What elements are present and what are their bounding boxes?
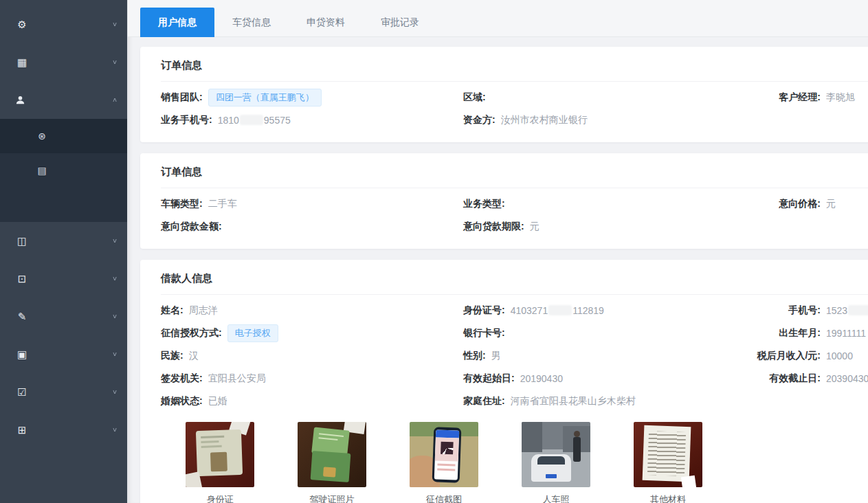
field-label: 意向价格: [746, 198, 821, 210]
sales-team-tag[interactable]: 四团一营（直属王鹏飞） [208, 89, 322, 107]
person-car-photo-image [522, 422, 590, 487]
field-monthly-income: 税后月收入/元:10000 [746, 344, 868, 367]
field-intended-loan-amount: 意向贷款金额: [161, 215, 463, 238]
field-valid-until: 有效截止日:20390430 [746, 367, 868, 390]
chevron-down-icon: ∨ [112, 21, 118, 27]
edit-doc-icon: ✎ [15, 311, 29, 323]
redaction-blur [548, 305, 572, 315]
tab-car-loan-info[interactable]: 车贷信息 [214, 8, 289, 37]
field-label: 业务手机号: [161, 114, 212, 126]
attachment-thumbnail-credit-screenshot[interactable]: 征信截图 [410, 422, 478, 503]
field-empty [746, 109, 868, 131]
field-value: 已婚 [208, 395, 227, 407]
sidebar-item-system-tools[interactable]: ⊞∨ [0, 411, 127, 449]
attachment-caption: 人车照 [522, 493, 590, 503]
field-business-phone: 业务手机号:181095575 [161, 109, 463, 131]
field-account-manager: 客户经理:李晓旭 [746, 86, 868, 109]
attachment-thumbnail-id-card-photo[interactable]: 身份证 [186, 422, 254, 503]
wheel-icon: ⊛ [36, 131, 48, 142]
field-row: 民族:汉性别:男税后月收入/元:10000 [161, 344, 868, 367]
field-label: 有效起始日: [463, 372, 515, 385]
field-value: 181095575 [218, 115, 291, 126]
card-title: 借款人信息 [161, 272, 868, 295]
id-card-photo-image [186, 422, 254, 487]
field-id-number: 身份证号:4103271112819 [463, 299, 746, 322]
notebook-icon: ▤ [36, 165, 48, 176]
field-ethnicity: 民族:汉 [161, 344, 463, 367]
field-value: 元 [530, 221, 539, 233]
field-row: 业务手机号:181095575资金方:汝州市农村商业银行 [161, 109, 868, 131]
field-birth-date: 出生年月:19911111 [746, 322, 868, 344]
user-icon [15, 95, 29, 105]
sidebar-item-report-statistics[interactable]: ⊡∨ [0, 260, 127, 298]
tab-loan-application-docs[interactable]: 申贷资料 [289, 8, 363, 37]
field-row: 签发机关:宜阳县公安局有效起始日:20190430有效截止日:20390430 [161, 367, 868, 390]
attachment-caption: 身份证 [186, 493, 254, 503]
field-label: 身份证号: [463, 304, 505, 317]
gear-icon: ⚙ [15, 19, 29, 31]
component-icon: ▣ [15, 348, 29, 361]
field-intended-price: 意向价格:元 [746, 192, 868, 215]
field-valid-from: 有效起始日:20190430 [463, 367, 746, 390]
field-vehicle-type: 车辆类型:二手车 [161, 192, 463, 215]
sidebar-item-system-monitor[interactable]: ☑∨ [0, 373, 127, 411]
card-order-info-1: 订单信息销售团队:四团一营（直属王鹏飞）区域:客户经理:李晓旭业务手机号:181… [140, 47, 868, 142]
field-value: 河南省宜阳县花果山乡木柴村 [511, 395, 636, 407]
field-empty [746, 215, 868, 238]
field-label: 意向贷款金额: [161, 221, 222, 233]
field-label: 意向贷款期限: [463, 221, 524, 233]
field-credit-auth-method: 征信授权方式:电子授权 [161, 322, 463, 344]
sidebar-item-business-management[interactable]: ▦∨ [0, 43, 127, 81]
toolbox-icon: ⊞ [15, 424, 29, 436]
open-book-icon: ◫ [15, 235, 29, 247]
field-intended-loan-term: 意向贷款期限:元 [463, 215, 746, 238]
sidebar-subitem-overdue-info[interactable] [0, 188, 127, 222]
credit-auth-method-tag[interactable]: 电子授权 [227, 324, 278, 342]
field-row: 婚姻状态:已婚家庭住址:河南省宜阳县花果山乡木柴村 [161, 390, 868, 412]
sidebar-item-post-loan-management[interactable]: ◫∨ [0, 222, 127, 260]
sidebar-item-process-management[interactable]: ✎∨ [0, 298, 127, 335]
field-label: 车辆类型: [161, 198, 203, 210]
field-value: 元 [826, 198, 836, 210]
attachment-thumbnail-drivers-license[interactable]: 驾驶证照片 [298, 422, 366, 503]
sidebar-subitem-my-overdue[interactable]: ▤ [0, 153, 127, 188]
field-label: 签发机关: [161, 372, 203, 385]
field-label: 家庭住址: [463, 395, 505, 407]
drivers-license-image [298, 422, 366, 487]
attachment-thumbnail-other-materials[interactable]: 其他材料 [634, 422, 702, 503]
redaction-blur [240, 115, 263, 125]
chevron-down-icon: ∨ [112, 388, 118, 395]
sidebar-item-office-management[interactable]: ▣∨ [0, 335, 127, 373]
tab-user-info[interactable]: 用户信息 [140, 8, 214, 37]
attachment-thumbnail-person-car-photo[interactable]: 人车照 [522, 422, 590, 503]
field-row: 销售团队:四团一营（直属王鹏飞）区域:客户经理:李晓旭 [161, 86, 868, 109]
detail-scroll-area[interactable]: 订单信息销售团队:四团一营（直属王鹏飞）区域:客户经理:李晓旭业务手机号:181… [128, 37, 868, 503]
field-value: 汉 [189, 350, 199, 362]
field-value: 汝州市农村商业银行 [501, 114, 588, 126]
field-funding-party: 资金方:汝州市农村商业银行 [463, 109, 746, 131]
sidebar-item-customer-management[interactable]: ∧ [0, 81, 127, 119]
field-value: 20190430 [520, 373, 563, 384]
field-region: 区域: [463, 86, 746, 109]
field-row: 车辆类型:二手车业务类型:意向价格:元 [161, 192, 868, 215]
field-issuing-authority: 签发机关:宜阳县公安局 [161, 367, 463, 390]
sidebar-subitem-all-customers[interactable]: ⊛ [0, 119, 127, 153]
field-mobile: 手机号:15236137 [746, 299, 868, 322]
field-row: 姓名:周志洋身份证号:4103271112819手机号:15236137 [161, 299, 868, 322]
attachment-caption: 征信截图 [410, 493, 478, 503]
field-label: 婚姻状态: [161, 395, 203, 407]
monitor-icon: ⊡ [15, 273, 29, 285]
other-materials-image [634, 422, 702, 487]
field-business-type: 业务类型: [463, 192, 746, 215]
tab-approval-records[interactable]: 审批记录 [363, 8, 437, 37]
field-home-address: 家庭住址:河南省宜阳县花果山乡木柴村 [463, 390, 746, 412]
attachment-thumbnails: 身份证驾驶证照片征信截图人车照其他材料 [161, 412, 868, 503]
field-value: 男 [491, 350, 501, 362]
field-label: 资金方: [463, 114, 496, 126]
field-value: 4103271112819 [511, 305, 604, 316]
chevron-down-icon: ∨ [112, 237, 118, 244]
sidebar-item-system-management[interactable]: ⚙∨ [0, 5, 127, 43]
field-label: 业务类型: [463, 198, 505, 210]
field-label: 销售团队: [161, 91, 203, 104]
field-value: 19911111 [826, 328, 866, 339]
